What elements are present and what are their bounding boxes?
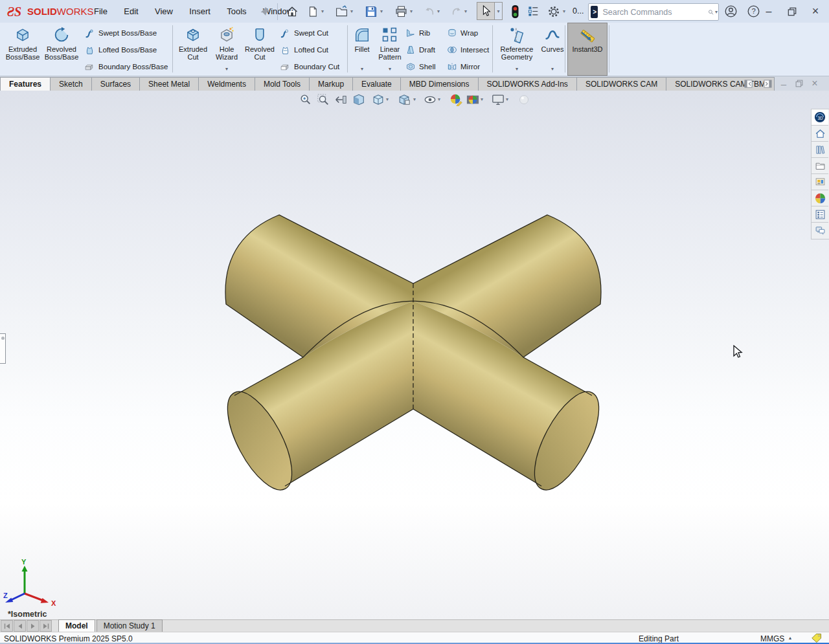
open-dropdown[interactable]: ▾ bbox=[348, 3, 355, 20]
fillet-dropdown[interactable]: ▾ bbox=[361, 65, 363, 74]
curves-button[interactable]: Curves ▾ bbox=[539, 24, 566, 74]
select-tool-button[interactable] bbox=[477, 2, 495, 20]
shell-button[interactable]: Shell bbox=[405, 60, 436, 73]
doc-nav-first-button[interactable] bbox=[1, 620, 13, 632]
tab-markup[interactable]: Markup bbox=[309, 77, 353, 91]
wrap-button[interactable]: Wrap bbox=[447, 27, 478, 39]
display-style-button[interactable] bbox=[396, 92, 412, 107]
search-input[interactable] bbox=[598, 7, 708, 17]
apply-scene-dropdown[interactable]: ▾ bbox=[481, 96, 483, 102]
curves-dropdown[interactable]: ▾ bbox=[551, 65, 554, 74]
featuremanager-flyout-tab[interactable] bbox=[0, 333, 6, 364]
previous-view-button[interactable] bbox=[333, 92, 348, 107]
doc-nav-last-button[interactable] bbox=[40, 620, 52, 632]
extruded-cut-button[interactable]: Extruded Cut bbox=[176, 24, 210, 74]
tab-sketch[interactable]: Sketch bbox=[50, 77, 92, 91]
document-close-button[interactable]: × bbox=[808, 76, 821, 91]
menu-insert[interactable]: Insert bbox=[182, 0, 218, 23]
edit-appearance-button[interactable] bbox=[448, 92, 464, 107]
window-minimize-button[interactable]: – bbox=[759, 3, 778, 20]
rebuild-button[interactable] bbox=[506, 3, 523, 20]
taskpane-file-explorer-button[interactable] bbox=[812, 158, 828, 174]
view-orientation-button[interactable] bbox=[370, 92, 386, 107]
boundary-boss-base-button[interactable]: Boundary Boss/Base bbox=[84, 60, 168, 73]
linear-pattern-dropdown[interactable]: ▾ bbox=[389, 65, 391, 74]
open-button[interactable] bbox=[333, 3, 350, 20]
hide-show-items-button[interactable] bbox=[422, 92, 438, 107]
lofted-boss-base-button[interactable]: Lofted Boss/Base bbox=[84, 43, 157, 56]
taskpane-appearances-button[interactable] bbox=[812, 190, 828, 206]
save-button[interactable] bbox=[363, 3, 380, 20]
units-dropdown-caret[interactable]: ▴ bbox=[789, 635, 791, 641]
tab-mbd-dimensions[interactable]: MBD Dimensions bbox=[400, 77, 479, 91]
taskpane-view-palette-button[interactable] bbox=[812, 174, 828, 190]
tab-features[interactable]: Features bbox=[0, 77, 51, 91]
zoom-fit-button[interactable] bbox=[298, 92, 313, 107]
model-cross-cylinders[interactable] bbox=[0, 91, 829, 619]
fillet-button[interactable]: Fillet ▾ bbox=[350, 24, 374, 74]
taskpane-3dexperience-button[interactable]: 3D bbox=[812, 109, 828, 126]
doc-nav-next-button[interactable] bbox=[27, 620, 39, 632]
menu-file[interactable]: File bbox=[87, 0, 115, 23]
window-close-button[interactable]: × bbox=[806, 3, 825, 20]
account-button[interactable] bbox=[722, 3, 739, 20]
linear-pattern-button[interactable]: Linear Pattern ▾ bbox=[376, 24, 404, 74]
intersect-button[interactable]: Intersect bbox=[447, 43, 489, 56]
mirror-button[interactable]: Mirror bbox=[447, 60, 480, 73]
hole-wizard-button[interactable]: Hole Wizard ▾ bbox=[211, 24, 242, 74]
document-restore-button[interactable] bbox=[793, 79, 806, 88]
print-button[interactable] bbox=[392, 3, 409, 20]
tab-solidworks-add-ins[interactable]: SOLIDWORKS Add-Ins bbox=[478, 77, 577, 91]
pin-menu-button[interactable] bbox=[256, 3, 273, 20]
motion-study-tab[interactable]: Motion Study 1 bbox=[97, 619, 163, 632]
reference-geometry-dropdown[interactable]: ▾ bbox=[516, 65, 518, 74]
redo-dropdown[interactable]: ▾ bbox=[462, 3, 469, 20]
section-view-button[interactable] bbox=[351, 92, 367, 107]
taskpane-design-library-button[interactable] bbox=[812, 142, 828, 158]
taskpane-forum-button[interactable] bbox=[812, 223, 828, 238]
tab-solidworks-cam-tbm[interactable]: SOLIDWORKS CAM TBM bbox=[666, 77, 775, 91]
instant3d-button[interactable]: Instant3D bbox=[567, 23, 608, 76]
window-restore-button[interactable] bbox=[782, 3, 802, 20]
tab-weldments[interactable]: Weldments bbox=[198, 77, 255, 91]
search-dropdown[interactable]: ▾ bbox=[714, 9, 718, 15]
view-settings-dropdown[interactable]: ▾ bbox=[506, 96, 508, 102]
revolved-cut-button[interactable]: Revolved Cut bbox=[244, 24, 276, 74]
options-list-button[interactable] bbox=[525, 3, 541, 20]
notification-counter[interactable]: 0... bbox=[573, 6, 584, 16]
rib-button[interactable]: Rib bbox=[405, 27, 430, 39]
document-minimize-button[interactable]: – bbox=[777, 76, 790, 91]
display-style-dropdown[interactable]: ▾ bbox=[413, 96, 416, 102]
settings-dropdown[interactable]: ▾ bbox=[561, 3, 567, 20]
boundary-cut-button[interactable]: Boundary Cut bbox=[280, 60, 339, 73]
tab-evaluate[interactable]: Evaluate bbox=[352, 77, 401, 91]
tab-mold-tools[interactable]: Mold Tools bbox=[255, 77, 310, 91]
units-selector[interactable]: MMGS bbox=[760, 634, 784, 643]
settings-button[interactable] bbox=[545, 3, 562, 20]
home-button[interactable] bbox=[284, 3, 301, 20]
graphics-viewport[interactable]: ▾ ▾ ▾ ▾ ▾ 3D bbox=[0, 91, 829, 619]
menu-tools[interactable]: Tools bbox=[220, 0, 253, 23]
model-tab[interactable]: Model bbox=[58, 619, 95, 632]
menu-view[interactable]: View bbox=[148, 0, 180, 23]
apply-scene-button[interactable] bbox=[465, 92, 481, 107]
view-settings-button[interactable] bbox=[490, 92, 506, 107]
reference-geometry-button[interactable]: Reference Geometry ▾ bbox=[496, 24, 538, 74]
new-document-dropdown[interactable]: ▾ bbox=[319, 3, 326, 20]
extruded-boss-base-button[interactable]: Extruded Boss/Base bbox=[4, 24, 41, 74]
zoom-to-area-button[interactable] bbox=[315, 92, 331, 107]
draft-button[interactable]: Draft bbox=[405, 43, 435, 56]
pane-toggle-left-button[interactable] bbox=[744, 79, 753, 88]
hole-wizard-dropdown[interactable]: ▾ bbox=[225, 65, 228, 74]
tab-solidworks-cam[interactable]: SOLIDWORKS CAM bbox=[576, 77, 666, 91]
tab-surfaces[interactable]: Surfaces bbox=[91, 77, 140, 91]
search-icon[interactable] bbox=[708, 7, 714, 17]
select-tool-dropdown[interactable]: ▾ bbox=[495, 2, 503, 20]
print-dropdown[interactable]: ▾ bbox=[408, 3, 414, 20]
compare-sphere-button[interactable] bbox=[516, 92, 532, 107]
tag-button[interactable] bbox=[811, 633, 823, 644]
undo-dropdown[interactable]: ▾ bbox=[435, 3, 442, 20]
taskpane-home-button[interactable] bbox=[812, 126, 828, 142]
swept-boss-base-button[interactable]: Swept Boss/Base bbox=[84, 27, 157, 39]
taskpane-custom-properties-button[interactable] bbox=[812, 206, 828, 223]
